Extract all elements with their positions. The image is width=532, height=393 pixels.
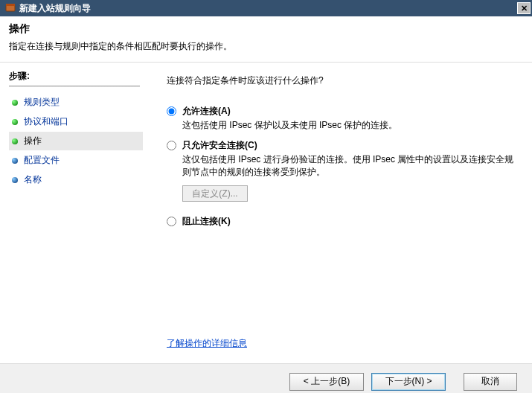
svg-rect-0 [6, 5, 15, 11]
sidebar-item-name[interactable]: 名称 [9, 170, 143, 189]
window-title: 新建入站规则向导 [19, 2, 517, 15]
sidebar-item-profile[interactable]: 配置文件 [9, 151, 143, 170]
question-text: 连接符合指定条件时应该进行什么操作? [167, 74, 517, 87]
back-button[interactable]: < 上一步(B) [289, 373, 364, 391]
steps-sidebar: 步骤: 规则类型 协议和端口 操作 配置文件 名称 [0, 63, 146, 363]
wizard-body: 步骤: 规则类型 协议和端口 操作 配置文件 名称 连接符合指定条件时应该进行什… [0, 63, 532, 363]
radio-block[interactable] [167, 217, 176, 226]
option-title: 允许连接(A) [182, 106, 231, 116]
sidebar-separator [9, 86, 140, 87]
option-title: 只允许安全连接(C) [182, 140, 257, 150]
wizard-header: 操作 指定在连接与规则中指定的条件相匹配时要执行的操作。 [0, 16, 532, 63]
title-bar: 新建入站规则向导 ✕ [0, 0, 532, 16]
bullet-icon [12, 138, 18, 144]
sidebar-item-label: 规则类型 [24, 96, 60, 109]
steps-title: 步骤: [9, 70, 146, 83]
sidebar-item-label: 配置文件 [24, 154, 60, 167]
radio-allow[interactable] [167, 106, 176, 116]
bullet-icon [12, 100, 18, 106]
learn-more-link[interactable]: 了解操作的详细信息 [167, 337, 247, 350]
sidebar-item-label: 协议和端口 [24, 115, 68, 128]
option-desc: 这包括使用 IPsec 保护以及未使用 IPsec 保护的连接。 [182, 119, 517, 132]
option-block[interactable]: 阻止连接(K) [167, 215, 517, 228]
cancel-button[interactable]: 取消 [464, 373, 517, 391]
option-desc: 这仅包括使用 IPsec 进行身份验证的连接。使用 IPsec 属性中的设置以及… [182, 153, 517, 179]
option-allow[interactable]: 允许连接(A) 这包括使用 IPsec 保护以及未使用 IPsec 保护的连接。 [167, 105, 517, 132]
bullet-icon [12, 119, 18, 125]
next-button[interactable]: 下一步(N) > [371, 373, 446, 391]
sidebar-item-protocol-port[interactable]: 协议和端口 [9, 112, 143, 131]
radio-allow-secure[interactable] [167, 141, 176, 150]
bullet-icon [12, 177, 18, 183]
page-subtitle: 指定在连接与规则中指定的条件相匹配时要执行的操作。 [9, 40, 523, 53]
page-title: 操作 [9, 22, 523, 36]
sidebar-item-action[interactable]: 操作 [9, 132, 143, 150]
svg-rect-1 [6, 4, 15, 6]
content-panel: 连接符合指定条件时应该进行什么操作? 允许连接(A) 这包括使用 IPsec 保… [146, 63, 532, 363]
bullet-icon [12, 158, 18, 164]
app-icon [4, 2, 16, 14]
sidebar-item-label: 操作 [24, 135, 42, 147]
sidebar-item-label: 名称 [24, 173, 42, 186]
wizard-footer: < 上一步(B) 下一步(N) > 取消 [0, 363, 532, 393]
customize-button: 自定义(Z)... [182, 185, 248, 202]
close-button[interactable]: ✕ [517, 2, 531, 14]
sidebar-item-rule-type[interactable]: 规则类型 [9, 93, 143, 112]
option-allow-secure[interactable]: 只允许安全连接(C) 这仅包括使用 IPsec 进行身份验证的连接。使用 IPs… [167, 139, 517, 208]
option-title: 阻止连接(K) [182, 216, 231, 226]
